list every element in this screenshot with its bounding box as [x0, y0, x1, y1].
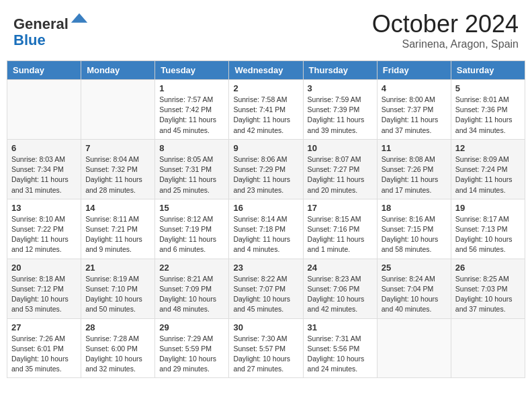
calendar-cell: 27Sunrise: 7:26 AMSunset: 6:01 PMDayligh… — [7, 318, 81, 378]
day-info: Sunrise: 8:21 AMSunset: 7:09 PMDaylight:… — [159, 274, 224, 315]
calendar-cell: 13Sunrise: 8:10 AMSunset: 7:22 PMDayligh… — [7, 199, 81, 259]
weekday-header: Sunday — [7, 61, 81, 80]
calendar-cell: 23Sunrise: 8:22 AMSunset: 7:07 PMDayligh… — [229, 259, 303, 318]
day-number: 22 — [159, 263, 224, 273]
calendar-cell: 22Sunrise: 8:21 AMSunset: 7:09 PMDayligh… — [155, 259, 229, 318]
day-info: Sunrise: 8:14 AMSunset: 7:18 PMDaylight:… — [233, 214, 298, 255]
day-info: Sunrise: 8:05 AMSunset: 7:31 PMDaylight:… — [159, 154, 224, 195]
day-number: 11 — [382, 143, 447, 153]
calendar-cell: 29Sunrise: 7:29 AMSunset: 5:59 PMDayligh… — [155, 318, 229, 378]
calendar-cell: 24Sunrise: 8:23 AMSunset: 7:06 PMDayligh… — [303, 259, 377, 318]
calendar-cell: 6Sunrise: 8:03 AMSunset: 7:34 PMDaylight… — [7, 139, 81, 199]
day-info: Sunrise: 8:08 AMSunset: 7:26 PMDaylight:… — [382, 154, 447, 195]
logo-blue: Blue — [13, 32, 46, 48]
day-number: 21 — [85, 263, 150, 273]
day-info: Sunrise: 8:07 AMSunset: 7:27 PMDaylight:… — [308, 154, 373, 195]
title-area: October 2024 Sarinena, Aragon, Spain — [372, 10, 519, 50]
day-number: 10 — [308, 143, 373, 153]
day-number: 18 — [382, 203, 447, 213]
day-info: Sunrise: 8:19 AMSunset: 7:10 PMDaylight:… — [85, 274, 150, 315]
calendar-cell: 5Sunrise: 8:01 AMSunset: 7:36 PMDaylight… — [451, 80, 525, 140]
day-info: Sunrise: 8:01 AMSunset: 7:36 PMDaylight:… — [455, 95, 521, 136]
calendar-cell: 30Sunrise: 7:30 AMSunset: 5:57 PMDayligh… — [229, 318, 303, 378]
day-info: Sunrise: 8:22 AMSunset: 7:07 PMDaylight:… — [233, 274, 298, 315]
day-number: 30 — [233, 322, 298, 332]
day-info: Sunrise: 7:59 AMSunset: 7:39 PMDaylight:… — [308, 95, 373, 136]
weekday-header: Saturday — [451, 61, 525, 80]
day-number: 17 — [308, 203, 373, 213]
day-number: 6 — [11, 143, 77, 153]
calendar-cell: 20Sunrise: 8:18 AMSunset: 7:12 PMDayligh… — [7, 259, 81, 318]
day-number: 19 — [455, 203, 521, 213]
calendar-cell — [7, 80, 81, 140]
weekday-header: Wednesday — [229, 61, 303, 80]
month-title: October 2024 — [372, 10, 519, 38]
day-number: 12 — [455, 143, 521, 153]
calendar-cell: 31Sunrise: 7:31 AMSunset: 5:56 PMDayligh… — [303, 318, 377, 378]
day-number: 20 — [11, 263, 77, 273]
day-info: Sunrise: 8:17 AMSunset: 7:13 PMDaylight:… — [455, 214, 521, 255]
day-number: 27 — [11, 322, 77, 332]
day-info: Sunrise: 7:31 AMSunset: 5:56 PMDaylight:… — [308, 334, 373, 375]
calendar-cell: 19Sunrise: 8:17 AMSunset: 7:13 PMDayligh… — [451, 199, 525, 259]
calendar-cell: 2Sunrise: 7:58 AMSunset: 7:41 PMDaylight… — [229, 80, 303, 140]
calendar-cell: 15Sunrise: 8:12 AMSunset: 7:19 PMDayligh… — [155, 199, 229, 259]
day-number: 29 — [159, 322, 224, 332]
calendar-cell: 11Sunrise: 8:08 AMSunset: 7:26 PMDayligh… — [377, 139, 451, 199]
calendar-cell: 21Sunrise: 8:19 AMSunset: 7:10 PMDayligh… — [81, 259, 155, 318]
weekday-header: Tuesday — [155, 61, 229, 80]
weekday-header: Thursday — [303, 61, 377, 80]
day-number: 8 — [159, 143, 224, 153]
calendar-week-row: 13Sunrise: 8:10 AMSunset: 7:22 PMDayligh… — [7, 199, 525, 259]
day-info: Sunrise: 7:26 AMSunset: 6:01 PMDaylight:… — [11, 334, 77, 375]
calendar-week-row: 27Sunrise: 7:26 AMSunset: 6:01 PMDayligh… — [7, 318, 525, 378]
day-number: 9 — [233, 143, 298, 153]
calendar-table: SundayMondayTuesdayWednesdayThursdayFrid… — [7, 60, 525, 378]
calendar-cell: 8Sunrise: 8:05 AMSunset: 7:31 PMDaylight… — [155, 139, 229, 199]
calendar-cell: 4Sunrise: 8:00 AMSunset: 7:37 PMDaylight… — [377, 80, 451, 140]
day-info: Sunrise: 7:28 AMSunset: 6:00 PMDaylight:… — [85, 334, 150, 375]
day-info: Sunrise: 8:16 AMSunset: 7:15 PMDaylight:… — [382, 214, 447, 255]
calendar-cell: 18Sunrise: 8:16 AMSunset: 7:15 PMDayligh… — [377, 199, 451, 259]
calendar-cell: 12Sunrise: 8:09 AMSunset: 7:24 PMDayligh… — [451, 139, 525, 199]
calendar-cell: 28Sunrise: 7:28 AMSunset: 6:00 PMDayligh… — [81, 318, 155, 378]
day-number: 3 — [308, 83, 373, 93]
calendar-cell: 9Sunrise: 8:06 AMSunset: 7:29 PMDaylight… — [229, 139, 303, 199]
calendar-cell: 3Sunrise: 7:59 AMSunset: 7:39 PMDaylight… — [303, 80, 377, 140]
day-number: 31 — [308, 322, 373, 332]
calendar-cell: 7Sunrise: 8:04 AMSunset: 7:32 PMDaylight… — [81, 139, 155, 199]
day-number: 7 — [85, 143, 150, 153]
day-number: 16 — [233, 203, 298, 213]
calendar-cell: 1Sunrise: 7:57 AMSunset: 7:42 PMDaylight… — [155, 80, 229, 140]
day-number: 28 — [85, 322, 150, 332]
day-number: 23 — [233, 263, 298, 273]
day-info: Sunrise: 8:03 AMSunset: 7:34 PMDaylight:… — [11, 154, 77, 195]
day-number: 26 — [455, 263, 521, 273]
day-info: Sunrise: 8:23 AMSunset: 7:06 PMDaylight:… — [308, 274, 373, 315]
calendar-cell: 10Sunrise: 8:07 AMSunset: 7:27 PMDayligh… — [303, 139, 377, 199]
day-info: Sunrise: 8:15 AMSunset: 7:16 PMDaylight:… — [308, 214, 373, 255]
day-info: Sunrise: 8:00 AMSunset: 7:37 PMDaylight:… — [382, 95, 447, 136]
day-info: Sunrise: 8:12 AMSunset: 7:19 PMDaylight:… — [159, 214, 224, 255]
day-info: Sunrise: 8:04 AMSunset: 7:32 PMDaylight:… — [85, 154, 150, 195]
calendar-cell: 26Sunrise: 8:25 AMSunset: 7:03 PMDayligh… — [451, 259, 525, 318]
day-number: 5 — [455, 83, 521, 93]
calendar-week-row: 20Sunrise: 8:18 AMSunset: 7:12 PMDayligh… — [7, 259, 525, 318]
day-info: Sunrise: 8:25 AMSunset: 7:03 PMDaylight:… — [455, 274, 521, 315]
day-info: Sunrise: 7:30 AMSunset: 5:57 PMDaylight:… — [233, 334, 298, 375]
day-number: 13 — [11, 203, 77, 213]
day-number: 14 — [85, 203, 150, 213]
day-number: 4 — [382, 83, 447, 93]
day-info: Sunrise: 7:57 AMSunset: 7:42 PMDaylight:… — [159, 95, 224, 136]
logo-general: General — [13, 15, 69, 32]
day-info: Sunrise: 8:18 AMSunset: 7:12 PMDaylight:… — [11, 274, 77, 315]
day-info: Sunrise: 8:11 AMSunset: 7:21 PMDaylight:… — [85, 214, 150, 255]
svg-marker-0 — [71, 13, 87, 23]
day-info: Sunrise: 8:06 AMSunset: 7:29 PMDaylight:… — [233, 154, 298, 195]
weekday-header: Friday — [377, 61, 451, 80]
day-info: Sunrise: 7:58 AMSunset: 7:41 PMDaylight:… — [233, 95, 298, 136]
calendar-cell — [377, 318, 451, 378]
calendar-cell — [81, 80, 155, 140]
calendar-cell — [451, 318, 525, 378]
day-number: 1 — [159, 83, 224, 93]
